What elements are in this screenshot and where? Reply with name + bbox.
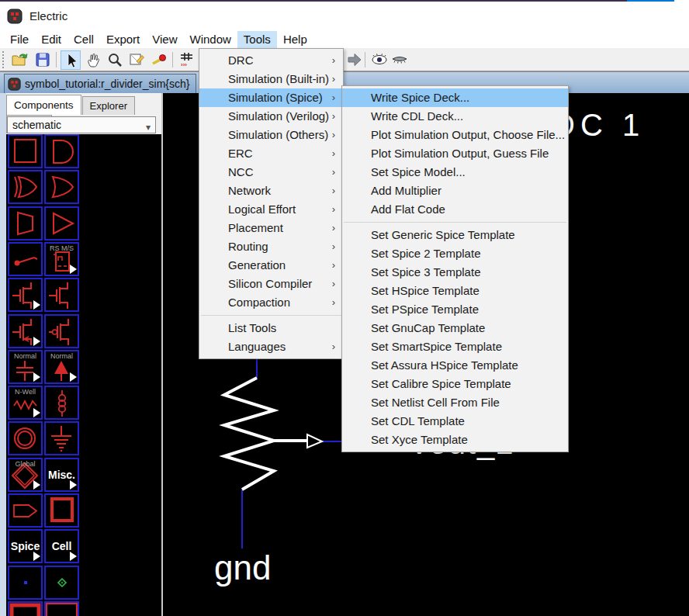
- tools-menu-item-network[interactable]: Network›: [199, 182, 343, 200]
- eye-closed-icon[interactable]: [390, 50, 410, 70]
- spice-menu-item-set-pspice-template[interactable]: Set PSpice Template: [342, 300, 568, 319]
- tools-menu-item-silicon-compiler[interactable]: Silicon Compiler›: [199, 275, 343, 293]
- spice-menu-item-set-smartspice-template[interactable]: Set SmartSpice Template: [342, 337, 568, 356]
- pan-hand-icon[interactable]: [83, 50, 103, 70]
- palette-cell-square[interactable]: [8, 134, 43, 168]
- panel-tab-explorer[interactable]: Explorer: [82, 96, 135, 115]
- spice-menu-item-set-spice-3-template[interactable]: Set Spice 3 Template: [342, 263, 568, 282]
- menubar-item-edit[interactable]: Edit: [35, 31, 68, 48]
- spice-menu-item-add-multiplier[interactable]: Add Multiplier: [342, 182, 568, 200]
- tools-menu-item-list-tools[interactable]: List Tools: [199, 319, 343, 337]
- palette-cell-pmos[interactable]: [44, 314, 79, 348]
- edit-cell-icon[interactable]: [126, 50, 147, 70]
- measure-icon[interactable]: [149, 50, 169, 70]
- palette-cell-xor-gate[interactable]: [8, 170, 43, 204]
- save-icon[interactable]: [33, 50, 53, 70]
- palette-cell-pin[interactable]: [8, 493, 43, 528]
- palette-cell-spice[interactable]: Spice: [8, 529, 43, 563]
- palette-cell-global-diamond[interactable]: Global: [8, 458, 43, 492]
- spice-menu-item-set-gnucap-template[interactable]: Set GnuCap Template: [342, 319, 568, 337]
- palette-cell-green-hatch[interactable]: [44, 601, 79, 616]
- ground-label[interactable]: gnd: [214, 551, 271, 585]
- tools-menu-item-logical-effort[interactable]: Logical Effort›: [199, 200, 343, 219]
- tools-menu-item-languages[interactable]: Languages›: [199, 337, 343, 356]
- spice-menu-item-plot-simulation-output-choose-file[interactable]: Plot Simulation Output, Choose File...: [342, 126, 568, 144]
- expand-arrow-icon[interactable]: [33, 480, 40, 490]
- palette-cell-flipflop[interactable]: RS M/S: [44, 242, 79, 276]
- tools-menu-item-erc[interactable]: ERC›: [199, 144, 343, 163]
- palette-cell-misc[interactable]: Misc.: [44, 458, 79, 492]
- spice-menu-item-write-spice-deck[interactable]: Write Spice Deck...: [342, 88, 568, 107]
- spice-menu-item-set-assura-hspice-template[interactable]: Set Assura HSpice Template: [342, 356, 568, 375]
- palette-cell-rings[interactable]: [8, 421, 43, 455]
- palette-cell-blue-dot[interactable]: [8, 566, 43, 600]
- palette-cell-or-gate[interactable]: [44, 170, 79, 204]
- menubar-item-tools[interactable]: Tools: [237, 31, 277, 48]
- palette-cell-inductor[interactable]: [44, 386, 79, 420]
- grid-coarse-icon[interactable]: ›››: [177, 50, 197, 70]
- spice-menu-item-set-netlist-cell-from-file[interactable]: Set Netlist Cell From File: [342, 393, 568, 412]
- window-tab[interactable]: symbol_tutorial:r_divider_sim{sch}: [4, 74, 196, 94]
- expand-arrow-icon[interactable]: [70, 552, 77, 561]
- spice-menu-item-write-cdl-deck[interactable]: Write CDL Deck...: [342, 107, 568, 126]
- menubar-item-cell[interactable]: Cell: [68, 31, 100, 48]
- toolbar-grip-handle[interactable]: [2, 51, 5, 68]
- zoom-icon[interactable]: [105, 50, 125, 70]
- palette-cell-ground[interactable]: [44, 421, 79, 455]
- technology-selector[interactable]: schematic ▾: [7, 116, 156, 133]
- palette-cell-cell[interactable]: Cell: [44, 529, 79, 563]
- open-file-icon[interactable]: [9, 50, 29, 70]
- palette-cell-well-resistor[interactable]: N-Well: [8, 386, 43, 420]
- tools-menu-item-placement[interactable]: Placement›: [199, 219, 343, 237]
- expand-arrow-icon[interactable]: [70, 372, 77, 382]
- spice-menu-item-set-generic-spice-template[interactable]: Set Generic Spice Template: [342, 226, 568, 244]
- palette-cell-red-frame[interactable]: [8, 601, 43, 616]
- palette-cell-nmos[interactable]: [8, 278, 43, 312]
- eye-open-icon[interactable]: [369, 50, 390, 70]
- palette-cell-thick-square[interactable]: [44, 493, 79, 528]
- spice-menu-item-set-cdl-template[interactable]: Set CDL Template: [342, 412, 568, 431]
- expand-arrow-icon[interactable]: [33, 408, 40, 417]
- tools-menu-item-simulation-others[interactable]: Simulation (Others)›: [199, 126, 343, 144]
- spice-menu-item-set-spice-model[interactable]: Set Spice Model...: [342, 163, 568, 182]
- tools-menu-item-compaction[interactable]: Compaction›: [199, 293, 343, 312]
- palette-cell-nmos[interactable]: [44, 278, 79, 312]
- select-arrow-icon[interactable]: [61, 50, 81, 70]
- palette-cell-switch[interactable]: [8, 242, 43, 276]
- expand-arrow-icon[interactable]: [33, 552, 40, 561]
- palette-cell-buffer-triangle[interactable]: [44, 206, 79, 241]
- menubar-item-export[interactable]: Export: [100, 31, 146, 48]
- spice-menu-item-set-hspice-template[interactable]: Set HSpice Template: [342, 282, 568, 300]
- expand-arrow-icon[interactable]: [70, 480, 77, 490]
- spice-menu-item-set-calibre-spice-template[interactable]: Set Calibre Spice Template: [342, 375, 568, 393]
- palette-cell-trapezoid[interactable]: [8, 206, 43, 241]
- go-arrow-icon[interactable]: [344, 50, 365, 70]
- menubar-item-file[interactable]: File: [4, 31, 35, 48]
- palette-cell-green-diamond[interactable]: [44, 566, 79, 600]
- tools-menu-item-routing[interactable]: Routing›: [199, 237, 343, 256]
- electric-app-window: Electric FileEditCellExportViewWindowToo…: [0, 0, 689, 616]
- palette-cell-diode[interactable]: Normal: [44, 350, 79, 384]
- palette-cell-nmos-arrow[interactable]: [8, 314, 43, 348]
- expand-arrow-icon[interactable]: [33, 337, 40, 346]
- tools-menu-item-simulation-verilog[interactable]: Simulation (Verilog)›: [199, 107, 343, 126]
- tools-menu-item-simulation-built-in[interactable]: Simulation (Built-in)›: [199, 70, 343, 88]
- menubar-item-view[interactable]: View: [146, 31, 183, 48]
- panel-tab-components[interactable]: Components: [6, 95, 81, 115]
- menubar-item-help[interactable]: Help: [277, 31, 313, 48]
- spice-menu-item-set-spice-2-template[interactable]: Set Spice 2 Template: [342, 244, 568, 263]
- tools-menu-item-generation[interactable]: Generation›: [199, 256, 343, 275]
- tools-menu-item-ncc[interactable]: NCC›: [199, 163, 343, 182]
- expand-arrow-icon[interactable]: [33, 372, 40, 382]
- spice-menu-item-add-flat-code[interactable]: Add Flat Code: [342, 200, 568, 219]
- tools-menu-item-drc[interactable]: DRC›: [199, 51, 343, 70]
- spice-menu-item-plot-simulation-output-guess-file[interactable]: Plot Simulation Output, Guess File: [342, 144, 568, 163]
- expand-arrow-icon[interactable]: [70, 265, 77, 274]
- spice-menu-item-set-xyce-template[interactable]: Set Xyce Template: [342, 431, 568, 449]
- palette-cell-and-gate[interactable]: [44, 134, 79, 168]
- menubar-item-window[interactable]: Window: [183, 31, 237, 48]
- expand-arrow-icon[interactable]: [33, 300, 40, 310]
- app-title: Electric: [29, 9, 68, 22]
- tools-menu-item-simulation-spice[interactable]: Simulation (Spice)›: [199, 88, 343, 107]
- palette-cell-capacitor[interactable]: Normal: [8, 350, 43, 384]
